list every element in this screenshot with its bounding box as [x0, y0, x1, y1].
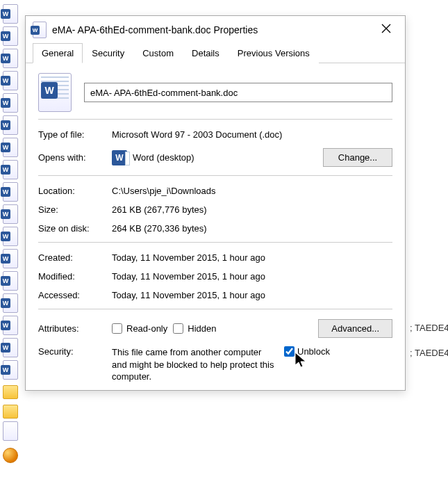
security-message: This file came from another computer and… — [112, 346, 277, 383]
tab-row: General Security Custom Details Previous… — [26, 42, 405, 63]
separator — [38, 309, 392, 309]
value-opens-with: Word (desktop) — [133, 152, 194, 163]
file-shortcut-icon[interactable] — [3, 360, 18, 380]
close-button[interactable] — [376, 22, 397, 38]
file-shortcut-icon[interactable] — [3, 293, 18, 313]
label-modified: Modified: — [38, 271, 112, 282]
file-shortcut-icon[interactable] — [3, 249, 18, 268]
word-document-icon — [33, 22, 47, 38]
background-file-label: ; TAEDE4 — [410, 323, 448, 333]
value-created: Today, 11 November 2015, 1 hour ago — [112, 252, 392, 263]
desktop-icon-column — [0, 0, 21, 486]
properties-dialog: eMA- APA-6thEd-comment-bank.doc Properti… — [25, 15, 406, 391]
unblock-checkbox[interactable]: Unblock — [284, 346, 330, 357]
file-shortcut-icon[interactable] — [3, 316, 18, 335]
file-shortcut-icon[interactable] — [3, 421, 18, 441]
folder-icon[interactable] — [3, 385, 18, 399]
hidden-checkbox-input[interactable] — [173, 323, 183, 334]
file-type-icon — [38, 73, 72, 112]
separator — [38, 242, 392, 243]
file-shortcut-icon[interactable] — [3, 26, 18, 46]
tab-security[interactable]: Security — [83, 43, 133, 63]
value-size: 261 KB (267,776 bytes) — [112, 204, 392, 215]
value-location: C:\Users\pje_i\Downloads — [112, 186, 392, 196]
file-shortcut-icon[interactable] — [3, 138, 18, 157]
label-created: Created: — [38, 252, 112, 263]
unblock-checkbox-input[interactable] — [284, 346, 294, 357]
background-file-label: ; TAEDE4 — [410, 348, 448, 358]
file-shortcut-icon[interactable] — [3, 160, 18, 179]
readonly-checkbox[interactable]: Read-only — [112, 323, 167, 334]
tab-details[interactable]: Details — [183, 43, 229, 63]
titlebar: eMA- APA-6thEd-comment-bank.doc Properti… — [26, 16, 405, 42]
hidden-label: Hidden — [188, 323, 216, 334]
value-modified: Today, 11 November 2015, 1 hour ago — [112, 271, 392, 282]
file-shortcut-icon[interactable] — [3, 338, 18, 357]
separator — [38, 119, 392, 120]
folder-icon[interactable] — [3, 405, 18, 419]
file-shortcut-icon[interactable] — [3, 271, 18, 291]
close-icon — [381, 24, 391, 33]
label-attributes: Attributes: — [38, 323, 112, 334]
unblock-label: Unblock — [297, 346, 330, 357]
file-shortcut-icon[interactable] — [3, 115, 18, 135]
tab-general[interactable]: General — [33, 43, 83, 63]
file-shortcut-icon[interactable] — [3, 227, 18, 246]
file-shortcut-icon[interactable] — [3, 204, 18, 224]
file-shortcut-icon[interactable] — [3, 182, 18, 202]
word-app-icon: W — [112, 150, 127, 165]
label-accessed: Accessed: — [38, 290, 112, 300]
hidden-checkbox[interactable]: Hidden — [173, 323, 216, 334]
readonly-label: Read-only — [126, 323, 167, 334]
label-size: Size: — [38, 204, 112, 215]
tab-previous-versions[interactable]: Previous Versions — [229, 43, 319, 63]
value-type-of-file: Microsoft Word 97 - 2003 Document (.doc) — [112, 129, 392, 140]
tab-custom[interactable]: Custom — [133, 43, 183, 63]
separator — [38, 175, 392, 176]
dialog-title: eMA- APA-6thEd-comment-bank.doc Properti… — [52, 24, 376, 35]
readonly-checkbox-input[interactable] — [112, 323, 122, 334]
general-pane: Type of file: Microsoft Word 97 - 2003 D… — [26, 63, 405, 390]
label-location: Location: — [38, 186, 112, 196]
label-size-on-disk: Size on disk: — [38, 223, 112, 234]
change-button[interactable]: Change... — [323, 148, 392, 167]
label-type-of-file: Type of file: — [38, 129, 112, 140]
start-orb-icon[interactable] — [3, 448, 18, 463]
advanced-button[interactable]: Advanced... — [318, 319, 392, 338]
label-security: Security: — [38, 346, 112, 357]
filename-input[interactable] — [84, 83, 392, 102]
label-opens-with: Opens with: — [38, 152, 112, 163]
file-shortcut-icon[interactable] — [3, 93, 18, 113]
value-accessed: Today, 11 November 2015, 1 hour ago — [112, 290, 392, 300]
file-shortcut-icon[interactable] — [3, 4, 18, 24]
file-shortcut-icon[interactable] — [3, 49, 18, 68]
value-size-on-disk: 264 KB (270,336 bytes) — [112, 223, 392, 234]
file-shortcut-icon[interactable] — [3, 71, 18, 90]
